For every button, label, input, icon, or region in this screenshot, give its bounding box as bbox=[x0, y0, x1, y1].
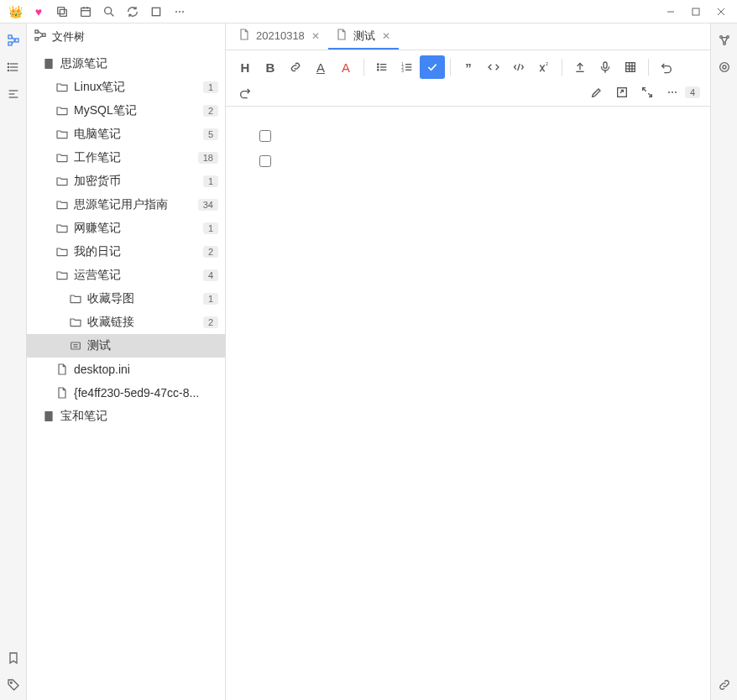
file-tree-icon[interactable] bbox=[2, 29, 25, 52]
tree-item-label: 工作笔记 bbox=[74, 150, 198, 165]
edit-button[interactable] bbox=[584, 81, 609, 104]
tab-label: 测试 bbox=[353, 29, 375, 44]
tree-item-label: 我的日记 bbox=[74, 244, 203, 259]
list-ol-button[interactable]: 123 bbox=[395, 55, 420, 79]
crown-icon[interactable]: 👑 bbox=[3, 1, 27, 23]
tree-item-count: 2 bbox=[203, 246, 218, 258]
graph-icon[interactable] bbox=[713, 29, 736, 52]
tree-item[interactable]: 思源笔记用户指南34 bbox=[27, 193, 225, 217]
tree-item[interactable]: 工作笔记18 bbox=[27, 146, 225, 170]
tree-item[interactable]: 测试 bbox=[27, 334, 225, 358]
folder-icon bbox=[55, 81, 69, 94]
tree-item-count: 4 bbox=[203, 269, 218, 281]
content-area: 20210318✕测试✕ HBAA123”2 4 bbox=[226, 24, 710, 700]
calendar-icon[interactable] bbox=[74, 1, 97, 23]
table-button[interactable] bbox=[618, 55, 643, 79]
redo-button[interactable] bbox=[233, 81, 258, 104]
folder-icon bbox=[69, 292, 82, 306]
tree-item-label: 收藏链接 bbox=[87, 315, 203, 330]
more-icon[interactable] bbox=[168, 1, 191, 23]
tree-item-label: 收藏导图 bbox=[87, 291, 203, 306]
editor-tab[interactable]: 20210318✕ bbox=[231, 24, 328, 50]
svg-rect-18 bbox=[15, 39, 18, 42]
editor-tab[interactable]: 测试✕ bbox=[328, 24, 399, 50]
link-button[interactable] bbox=[283, 55, 308, 79]
svg-rect-60 bbox=[626, 63, 635, 72]
tag-icon[interactable] bbox=[2, 673, 25, 697]
tab-close-icon[interactable]: ✕ bbox=[310, 29, 321, 44]
tree-item[interactable]: 收藏链接2 bbox=[27, 311, 225, 334]
svg-point-10 bbox=[179, 11, 180, 13]
task-checkbox[interactable] bbox=[259, 130, 271, 142]
heading-button[interactable]: H bbox=[233, 55, 258, 79]
list-ul-button[interactable] bbox=[369, 55, 395, 79]
settings-icon[interactable] bbox=[713, 55, 736, 79]
search-icon[interactable] bbox=[97, 1, 121, 23]
tree-item[interactable]: 电脑笔记5 bbox=[27, 123, 225, 146]
tree-item[interactable]: 宝和笔记 bbox=[27, 405, 225, 428]
more-button[interactable] bbox=[660, 81, 685, 104]
tree-item[interactable]: Linux笔记1 bbox=[27, 76, 225, 99]
tree-item[interactable]: 收藏导图1 bbox=[27, 287, 225, 311]
tree-item[interactable]: 我的日记2 bbox=[27, 240, 225, 264]
folder-icon bbox=[55, 245, 69, 259]
tree-item-label: 网赚笔记 bbox=[74, 221, 203, 236]
open-button[interactable] bbox=[609, 81, 635, 104]
svg-point-26 bbox=[8, 70, 8, 71]
tree-item-label: Linux笔记 bbox=[74, 80, 203, 95]
folder-icon bbox=[55, 128, 69, 141]
code-button[interactable] bbox=[481, 55, 506, 79]
mic-button[interactable] bbox=[593, 55, 618, 79]
task-checkbox[interactable] bbox=[259, 155, 271, 167]
svg-point-41 bbox=[378, 64, 379, 65]
window-icon[interactable] bbox=[144, 1, 168, 23]
minimize-button[interactable] bbox=[658, 1, 683, 23]
copy-icon[interactable] bbox=[50, 1, 74, 23]
svg-line-34 bbox=[38, 31, 42, 34]
superscript-button[interactable]: 2 bbox=[531, 55, 557, 79]
upload-button[interactable] bbox=[567, 55, 593, 79]
svg-line-53 bbox=[518, 64, 520, 71]
svg-rect-36 bbox=[44, 59, 52, 69]
editor-toolbar: HBAA123”2 4 bbox=[226, 50, 710, 107]
fullscreen-button[interactable] bbox=[635, 81, 660, 104]
editor-body[interactable] bbox=[226, 107, 710, 700]
tree-item[interactable]: 网赚笔记1 bbox=[27, 217, 225, 240]
svg-point-74 bbox=[723, 43, 725, 45]
check-button[interactable] bbox=[420, 55, 445, 79]
left-activity-bar bbox=[0, 24, 27, 700]
bookmark-icon[interactable] bbox=[2, 646, 25, 670]
tree-item[interactable]: {fe4ff230-5ed9-47cc-8... bbox=[27, 381, 225, 405]
tree-item[interactable]: desktop.ini bbox=[27, 358, 225, 381]
tree-item[interactable]: 加密货币1 bbox=[27, 170, 225, 193]
tree-item-label: {fe4ff230-5ed9-47cc-8... bbox=[74, 386, 218, 400]
svg-line-7 bbox=[111, 13, 113, 16]
file-icon bbox=[238, 28, 251, 44]
tree-item[interactable]: 运营笔记4 bbox=[27, 264, 225, 287]
quote-button[interactable]: ” bbox=[456, 55, 481, 79]
maximize-button[interactable] bbox=[683, 1, 708, 23]
notebook-icon bbox=[42, 57, 55, 71]
task-item[interactable] bbox=[259, 149, 677, 174]
tree-item-count: 2 bbox=[203, 316, 218, 328]
sync-icon[interactable] bbox=[121, 1, 144, 23]
task-item[interactable] bbox=[259, 123, 677, 149]
font-color-button[interactable]: A bbox=[333, 55, 358, 79]
close-button[interactable] bbox=[708, 1, 734, 23]
bold-button[interactable]: B bbox=[258, 55, 283, 79]
svg-rect-58 bbox=[604, 62, 607, 68]
tree-item[interactable]: 思源笔记 bbox=[27, 52, 225, 76]
heart-icon[interactable]: ♥ bbox=[27, 1, 50, 23]
undo-button[interactable] bbox=[654, 55, 679, 79]
svg-point-25 bbox=[8, 66, 8, 67]
backlink-icon[interactable] bbox=[713, 673, 736, 697]
folder-icon bbox=[69, 316, 82, 329]
align-icon[interactable] bbox=[2, 82, 25, 106]
tree-item-count: 1 bbox=[203, 222, 218, 234]
format-button[interactable]: A bbox=[308, 55, 333, 79]
code-block-button[interactable] bbox=[506, 55, 531, 79]
outline-icon[interactable] bbox=[2, 55, 25, 79]
tree-item[interactable]: MySQL笔记2 bbox=[27, 99, 225, 123]
tab-close-icon[interactable]: ✕ bbox=[380, 29, 392, 44]
svg-point-9 bbox=[175, 11, 177, 13]
